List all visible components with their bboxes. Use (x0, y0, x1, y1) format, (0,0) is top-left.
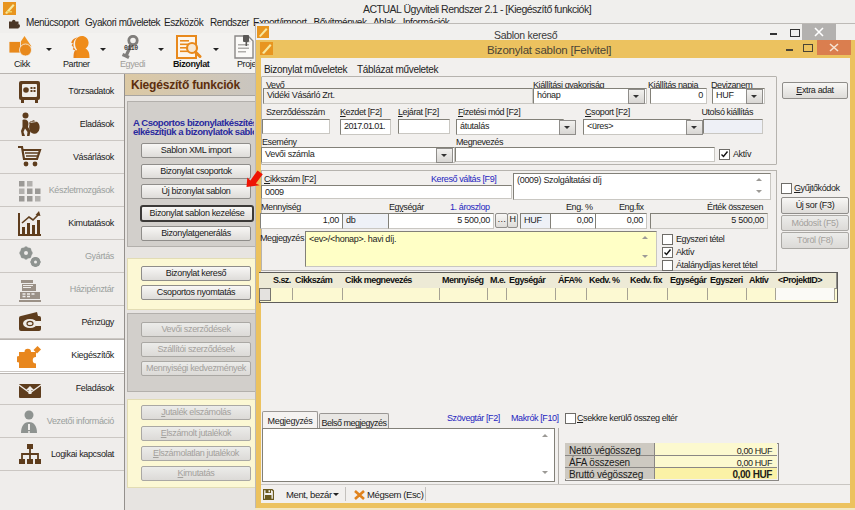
svg-text:0110: 0110 (124, 45, 138, 52)
